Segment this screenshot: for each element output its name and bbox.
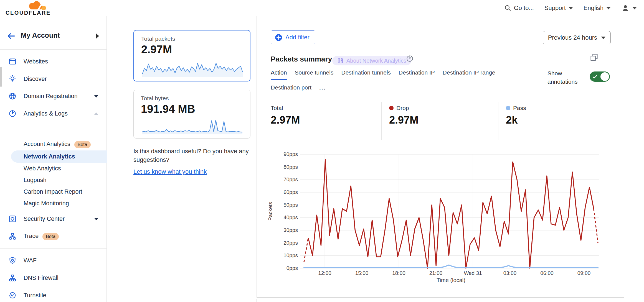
sidebar-item-account-analytics[interactable]: Account AnalyticsBeta — [0, 138, 107, 151]
feedback-link[interactable]: Let us know what you think — [133, 167, 207, 176]
sidebar-item-network-analytics[interactable]: Network Analytics — [0, 150, 107, 163]
card-value: 2.97M — [141, 43, 172, 56]
popout-icon[interactable] — [590, 53, 599, 62]
total-packets-card[interactable]: Total packets 2.97M — [133, 30, 250, 81]
packets-summary-panel: Add filter Previous 24 hours Packets sum… — [257, 16, 624, 298]
account-title: My Account — [21, 31, 60, 39]
packets-time-series-chart: 0pps10pps20pps30pps40pps50pps60pps70pps8… — [267, 150, 613, 285]
sidebar-item-websites[interactable]: Websites — [0, 55, 107, 68]
shield-gear-icon — [8, 256, 17, 265]
sparkline-fill — [142, 120, 242, 134]
y-axis-title: Packets — [267, 202, 273, 221]
account-menu[interactable] — [621, 4, 637, 12]
y-tick-label: 30pps — [283, 227, 298, 233]
analytics-pie-icon[interactable] — [406, 55, 414, 62]
sidebar-item-label: Domain Registration — [24, 93, 78, 100]
tab-action[interactable]: Action — [271, 69, 287, 80]
cloudflare-logo[interactable]: CLOUDFLARE — [6, 1, 53, 16]
stats-row: Total 2.97M Drop 2.97M Pass 2k — [257, 102, 624, 141]
tab-source-tunnels[interactable]: Source tunnels — [295, 69, 333, 80]
card-title: Total packets — [141, 35, 175, 42]
check-icon — [592, 74, 598, 80]
security-safe-icon — [8, 215, 17, 223]
browser-window-icon — [8, 57, 17, 66]
navbar-actions: Go to... Support English — [504, 0, 637, 16]
total-packets-sparkline — [141, 59, 244, 78]
stat-label: Drop — [389, 105, 419, 111]
tab-destination-port[interactable]: Destination port — [271, 84, 311, 94]
y-tick-label: 80pps — [283, 164, 298, 170]
total-bytes-sparkline — [141, 118, 244, 135]
svg-text:CLOUDFLARE: CLOUDFLARE — [6, 10, 51, 16]
next-panel-sliver — [257, 299, 624, 302]
add-filter-label: Add filter — [285, 34, 310, 41]
x-axis-title: Time (local) — [437, 277, 465, 283]
user-icon — [621, 4, 630, 12]
y-tick-label: 50pps — [283, 202, 298, 208]
add-filter-button[interactable]: Add filter — [271, 30, 315, 44]
feedback-block: Is this dashboard useful? Do you have an… — [133, 147, 253, 176]
x-tick-label: 15:00 — [355, 270, 369, 276]
goto-search[interactable]: Go to... — [504, 4, 534, 12]
card-value: 191.94 MB — [141, 103, 195, 115]
x-tick-label: Wed 31 — [464, 270, 482, 276]
divider — [0, 49, 107, 50]
sidebar-item-carbon-impact-report[interactable]: Carbon Impact Report — [0, 185, 107, 198]
sidebar-item-web-analytics[interactable]: Web Analytics — [0, 162, 107, 175]
about-network-analytics-badge[interactable]: About Network Analytics — [332, 56, 411, 65]
y-tick-label: 90pps — [283, 151, 298, 157]
goto-label: Go to... — [514, 4, 534, 12]
trace-flow-icon — [8, 232, 17, 240]
card-title: Total bytes — [141, 95, 169, 102]
sidebar-item-label: Account AnalyticsBeta — [24, 141, 91, 148]
time-range-label: Previous 24 hours — [548, 34, 597, 41]
sidebar-item-security-center[interactable]: Security Center — [0, 213, 107, 225]
tab-destination-ip-range[interactable]: Destination IP range — [443, 69, 495, 80]
time-range-dropdown[interactable]: Previous 24 hours — [543, 31, 611, 44]
tab-destination-ip[interactable]: Destination IP — [399, 69, 435, 80]
sidebar-item-label: DNS Firewall — [24, 275, 58, 281]
back-arrow-icon[interactable] — [6, 31, 16, 41]
drop-series-dashed-end — [594, 209, 598, 243]
sidebar-item-turnstile[interactable]: Turnstile — [0, 289, 107, 302]
show-annotations-toggle[interactable] — [590, 71, 610, 82]
sidebar-item-analytics-logs[interactable]: Analytics & Logs — [0, 107, 107, 120]
y-tick-label: 0pps — [286, 265, 298, 271]
language-menu[interactable]: English — [584, 4, 611, 12]
chevron-down-icon — [569, 7, 573, 9]
sidebar-item-domain-registration[interactable]: Domain Registration — [0, 90, 107, 103]
y-tick-label: 70pps — [283, 176, 298, 182]
total-bytes-card[interactable]: Total bytes 191.94 MB — [133, 90, 250, 139]
tabs-overflow-button[interactable]: ... — [319, 84, 326, 94]
chevron-down-icon — [632, 7, 637, 9]
support-menu[interactable]: Support — [544, 4, 573, 12]
tab-destination-tunnels[interactable]: Destination tunnels — [341, 69, 391, 80]
x-tick-label: 18:00 — [392, 270, 405, 276]
stat-value: 2.97M — [271, 114, 300, 126]
sidebar-item-waf[interactable]: WAF — [0, 254, 107, 267]
support-label: Support — [544, 4, 566, 12]
divider — [0, 248, 107, 249]
sidebar: My Account Websites Discover Domain Regi… — [0, 16, 107, 302]
y-tick-label: 20pps — [283, 240, 298, 246]
sidebar-item-label: WAF — [24, 257, 37, 264]
sidebar-account-header[interactable]: My Account — [0, 29, 107, 43]
y-tick-label: 10pps — [283, 252, 298, 258]
sidebar-item-label: Logpush — [24, 177, 47, 184]
y-tick-label: 40pps — [283, 214, 298, 220]
language-label: English — [584, 4, 604, 12]
book-icon — [337, 58, 344, 64]
sidebar-item-label: Magic Monitoring — [24, 200, 69, 207]
sidebar-item-logpush[interactable]: Logpush — [0, 174, 107, 186]
panel-title: Packets summary — [271, 55, 332, 63]
lightbulb-icon — [8, 75, 17, 83]
stat-label: Pass — [506, 105, 526, 111]
stat-pass: Pass 2k — [506, 105, 526, 126]
chevron-right-icon[interactable] — [96, 34, 99, 39]
sidebar-item-discover[interactable]: Discover — [0, 73, 107, 85]
sidebar-item-magic-monitoring[interactable]: Magic Monitoring — [0, 197, 107, 210]
sidebar-item-trace[interactable]: TraceBeta — [0, 230, 107, 243]
toggle-knob — [600, 72, 609, 81]
chevron-down-icon — [601, 37, 605, 39]
sidebar-item-dns-firewall[interactable]: DNS Firewall — [0, 272, 107, 284]
